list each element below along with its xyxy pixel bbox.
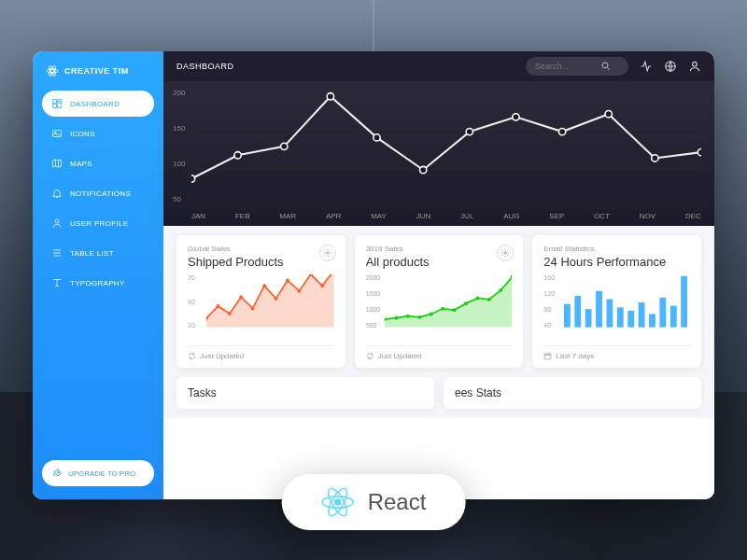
svg-rect-62 [660, 298, 667, 328]
tasks-title: Tasks [188, 386, 423, 399]
y-tick: 1000 [366, 306, 381, 313]
sidebar-item-label: TABLE LIST [70, 249, 114, 258]
svg-point-8 [602, 63, 608, 68]
svg-point-35 [286, 279, 289, 283]
upgrade-button[interactable]: UPGRADE TO PRO [42, 460, 154, 486]
y-tick: 150 [173, 124, 185, 133]
dashboard-icon [51, 98, 63, 109]
y-tick: 120 [543, 290, 555, 297]
x-tick: FEB [235, 212, 250, 220]
refresh-icon [188, 352, 196, 360]
svg-point-15 [191, 175, 195, 182]
svg-point-38 [320, 284, 324, 287]
calendar-icon [543, 352, 552, 360]
card-title: Shipped Products [188, 255, 334, 269]
upgrade-label: UPGRADE TO PRO [68, 469, 135, 478]
rocket-icon [51, 468, 63, 479]
card-title: All products [366, 255, 513, 269]
search-input-wrap[interactable] [526, 57, 628, 76]
svg-rect-55 [585, 309, 592, 327]
y-tick: 500 [366, 322, 381, 329]
stat-card: 2018 SalesAll products200015001000500Jus… [355, 235, 524, 368]
main: DASHBOARD 20015010050 JANFEBMARAPRMAYJUN… [163, 51, 714, 499]
globe-icon[interactable] [664, 60, 677, 73]
sidebar-item-user-profile[interactable]: USER PROFILE [42, 210, 154, 236]
y-tick: 80 [543, 306, 555, 313]
svg-point-42 [394, 316, 398, 320]
svg-rect-64 [682, 276, 688, 328]
gear-icon [323, 248, 332, 258]
svg-point-19 [374, 134, 380, 141]
card-footer: Just Updated [366, 345, 513, 360]
svg-rect-65 [544, 354, 551, 359]
svg-point-48 [464, 301, 468, 305]
stat-card: Global SalesShipped Products704010Just U… [176, 235, 345, 368]
svg-point-27 [326, 252, 329, 255]
svg-point-0 [50, 69, 54, 73]
react-logo-icon [321, 485, 355, 519]
card-chart: 704010 [188, 274, 334, 340]
card-subtitle: 2018 Sales [366, 245, 513, 253]
svg-point-40 [504, 252, 507, 255]
hero-line-chart [191, 91, 701, 208]
y-tick: 10 [188, 322, 195, 329]
svg-point-46 [441, 307, 444, 311]
sidebar: CREATIVE TIM DASHBOARDICONSMAPSNOTIFICAT… [33, 51, 163, 499]
svg-point-30 [228, 312, 232, 315]
svg-point-16 [234, 152, 241, 159]
sidebar-item-maps[interactable]: MAPS [42, 150, 154, 176]
user-icon[interactable] [688, 60, 701, 73]
svg-point-50 [487, 298, 491, 301]
svg-point-34 [275, 297, 278, 301]
sidebar-item-table-list[interactable]: TABLE LIST [42, 240, 154, 266]
card-chart: 200015001000500 [366, 274, 513, 340]
type-icon [51, 277, 63, 288]
card-footer: Just Updated [188, 345, 334, 360]
sidebar-item-typography[interactable]: TYPOGRAPHY [42, 270, 154, 296]
y-tick: 40 [188, 299, 195, 305]
cards-row: Global SalesShipped Products704010Just U… [163, 226, 714, 377]
svg-point-21 [466, 128, 472, 134]
svg-point-23 [558, 128, 565, 134]
svg-point-26 [698, 148, 701, 155]
svg-point-31 [239, 295, 243, 299]
svg-rect-57 [607, 300, 613, 328]
sidebar-item-notifications[interactable]: NOTIFICATIONS [42, 180, 154, 206]
svg-rect-58 [617, 307, 624, 327]
svg-rect-61 [649, 314, 655, 327]
x-tick: JAN [191, 212, 205, 220]
sidebar-item-label: ICONS [70, 130, 95, 138]
y-tick: 40 [543, 322, 555, 329]
nav: DASHBOARDICONSMAPSNOTIFICATIONSUSER PROF… [42, 91, 154, 300]
search-icon [600, 61, 612, 72]
svg-point-25 [652, 155, 658, 161]
card-settings-button[interactable] [319, 245, 336, 261]
sidebar-item-label: USER PROFILE [70, 219, 128, 228]
svg-point-10 [693, 62, 698, 66]
react-badge: React [282, 474, 466, 530]
tasks-card: ees Stats [444, 377, 701, 409]
svg-point-24 [605, 111, 612, 118]
svg-point-22 [513, 114, 519, 120]
svg-point-17 [281, 143, 288, 149]
sidebar-item-label: NOTIFICATIONS [70, 189, 131, 198]
sidebar-item-dashboard[interactable]: DASHBOARD [42, 91, 154, 117]
card-subtitle: Global Sales [188, 245, 334, 253]
y-tick: 50 [173, 195, 185, 203]
x-tick: MAR [279, 212, 296, 220]
sidebar-item-icons[interactable]: ICONS [42, 120, 154, 147]
x-tick: NOV [640, 212, 655, 220]
x-tick: OCT [594, 212, 610, 220]
svg-point-49 [475, 297, 479, 301]
search-input[interactable] [535, 62, 600, 71]
x-tick: APR [326, 212, 341, 220]
activity-icon[interactable] [640, 60, 653, 73]
svg-point-29 [216, 304, 219, 308]
sidebar-item-label: DASHBOARD [70, 100, 120, 108]
y-tick: 200 [173, 89, 185, 97]
y-tick: 100 [173, 160, 185, 168]
brand-label: CREATIVE TIM [64, 66, 129, 76]
svg-point-6 [55, 219, 59, 223]
topbar: DASHBOARD [163, 51, 714, 81]
page-title: DASHBOARD [176, 62, 234, 71]
